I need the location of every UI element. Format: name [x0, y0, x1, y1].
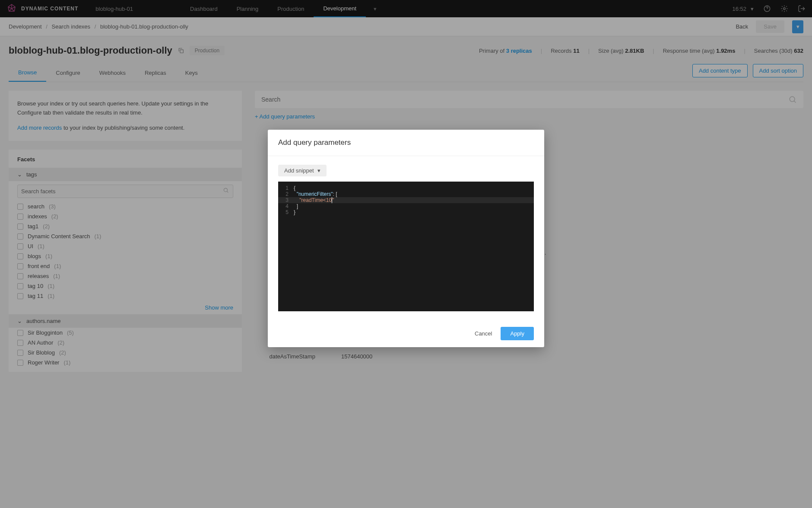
line-number: 1 [278, 185, 294, 191]
line-content: "numericFilters": [ [294, 191, 534, 197]
code-editor[interactable]: 1{2 "numericFilters": [3 "readTime<10"4 … [278, 182, 534, 311]
cancel-button[interactable]: Cancel [475, 330, 492, 337]
line-content: ] [294, 203, 534, 209]
query-params-modal: Add query parameters Add snippet ▾ 1{2 "… [268, 130, 544, 347]
line-number: 3 [278, 197, 294, 203]
chevron-down-icon: ▾ [317, 167, 320, 174]
code-line[interactable]: 5} [278, 209, 534, 215]
code-line[interactable]: 1{ [278, 185, 534, 191]
line-content: } [294, 209, 534, 215]
code-line[interactable]: 4 ] [278, 203, 534, 209]
code-line[interactable]: 2 "numericFilters": [ [278, 191, 534, 197]
modal-overlay[interactable]: Add query parameters Add snippet ▾ 1{2 "… [0, 0, 812, 508]
add-snippet-button[interactable]: Add snippet ▾ [278, 165, 327, 176]
line-number: 5 [278, 209, 294, 215]
line-content: { [294, 185, 534, 191]
line-number: 4 [278, 203, 294, 209]
line-content: "readTime<10" [294, 197, 534, 203]
snippet-label: Add snippet [284, 167, 314, 174]
apply-button[interactable]: Apply [501, 327, 534, 340]
modal-title: Add query parameters [268, 130, 544, 156]
modal-footer: Cancel Apply [268, 320, 544, 347]
modal-body: Add snippet ▾ 1{2 "numericFilters": [3 "… [268, 156, 544, 320]
code-line[interactable]: 3 "readTime<10" [278, 197, 534, 203]
line-number: 2 [278, 191, 294, 197]
